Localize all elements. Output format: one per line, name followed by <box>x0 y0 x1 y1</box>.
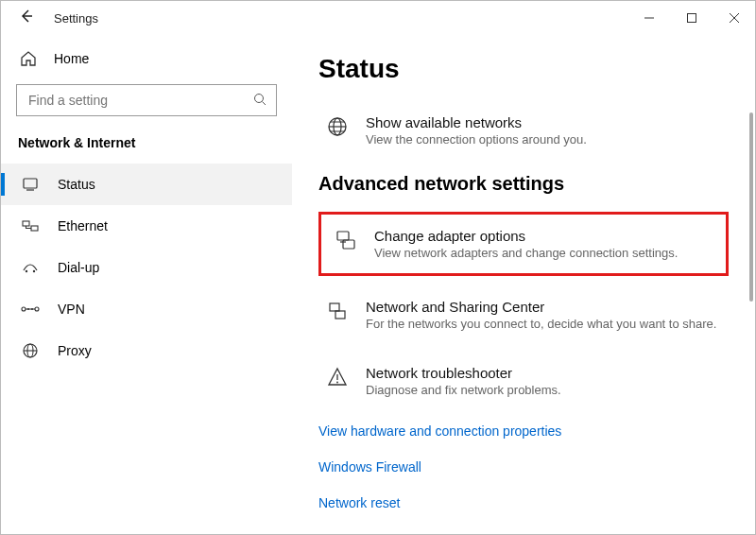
svg-rect-26 <box>337 232 349 240</box>
sidebar-item-label: Dial-up <box>58 260 99 275</box>
svg-point-5 <box>255 94 264 102</box>
sidebar-item-status[interactable]: Status <box>1 164 292 205</box>
option-change-adapter[interactable]: Change adapter options View network adap… <box>327 220 720 268</box>
option-sub: View network adapters and change connect… <box>374 246 678 260</box>
option-title: Network troubleshooter <box>366 365 561 381</box>
sidebar-item-ethernet[interactable]: Ethernet <box>1 205 292 247</box>
proxy-icon <box>20 342 41 359</box>
svg-rect-30 <box>335 311 345 319</box>
close-button[interactable] <box>713 1 755 35</box>
svg-point-13 <box>22 307 26 311</box>
option-sub: Diagnose and fix network problems. <box>366 383 561 397</box>
svg-rect-7 <box>24 179 37 188</box>
scrollbar[interactable] <box>749 112 753 302</box>
svg-point-32 <box>336 382 338 384</box>
minimize-button[interactable] <box>627 1 670 35</box>
sidebar-home[interactable]: Home <box>1 41 292 77</box>
warning-icon <box>324 365 351 388</box>
sidebar-item-label: Status <box>58 177 95 192</box>
svg-rect-9 <box>23 221 29 226</box>
svg-rect-2 <box>687 14 696 23</box>
adapter-icon <box>333 228 359 250</box>
sidebar-item-proxy[interactable]: Proxy <box>1 330 292 371</box>
status-icon <box>20 176 41 193</box>
main-panel: Status Show available networks View the … <box>292 35 755 534</box>
svg-point-16 <box>27 308 29 310</box>
highlight-box: Change adapter options View network adap… <box>318 212 729 276</box>
home-icon <box>18 50 39 67</box>
svg-point-11 <box>26 270 27 272</box>
sidebar-item-label: Ethernet <box>58 218 108 233</box>
option-title: Show available networks <box>366 114 587 130</box>
sidebar: Home Network & Internet Status Ethernet <box>1 35 292 534</box>
section-title: Advanced network settings <box>318 173 729 195</box>
svg-point-17 <box>31 308 33 310</box>
link-hardware-properties[interactable]: View hardware and connection properties <box>318 423 729 439</box>
option-sub: View the connection options around you. <box>366 132 587 147</box>
svg-point-12 <box>33 270 35 272</box>
option-sub: For the networks you connect to, decide … <box>366 317 716 331</box>
option-troubleshooter[interactable]: Network troubleshooter Diagnose and fix … <box>318 357 729 405</box>
page-title: Status <box>318 54 729 84</box>
sidebar-item-label: VPN <box>58 302 85 317</box>
sidebar-home-label: Home <box>54 51 89 66</box>
globe-icon <box>324 114 351 137</box>
ethernet-icon <box>20 217 41 234</box>
search-input-container[interactable] <box>16 84 277 116</box>
sidebar-item-vpn[interactable]: VPN <box>1 288 292 330</box>
sidebar-category: Network & Internet <box>1 131 292 164</box>
option-sharing-center[interactable]: Network and Sharing Center For the netwo… <box>318 291 729 338</box>
sharing-icon <box>324 299 351 321</box>
option-show-networks[interactable]: Show available networks View the connect… <box>318 107 729 154</box>
window-titlebar: Settings <box>1 1 755 35</box>
svg-rect-29 <box>330 303 339 311</box>
search-input[interactable] <box>26 92 253 109</box>
svg-rect-27 <box>343 240 354 249</box>
link-network-reset[interactable]: Network reset <box>318 495 729 510</box>
svg-line-6 <box>263 101 266 105</box>
vpn-icon <box>20 302 41 316</box>
sidebar-item-label: Proxy <box>58 343 92 358</box>
window-title: Settings <box>54 11 98 26</box>
svg-point-14 <box>35 307 39 311</box>
svg-rect-10 <box>31 226 38 231</box>
maximize-button[interactable] <box>670 1 713 35</box>
option-title: Network and Sharing Center <box>366 299 716 315</box>
option-title: Change adapter options <box>374 228 678 244</box>
dialup-icon <box>20 261 41 274</box>
back-button[interactable] <box>12 9 41 27</box>
search-icon <box>253 93 266 109</box>
link-windows-firewall[interactable]: Windows Firewall <box>318 459 729 475</box>
sidebar-item-dialup[interactable]: Dial-up <box>1 247 292 288</box>
